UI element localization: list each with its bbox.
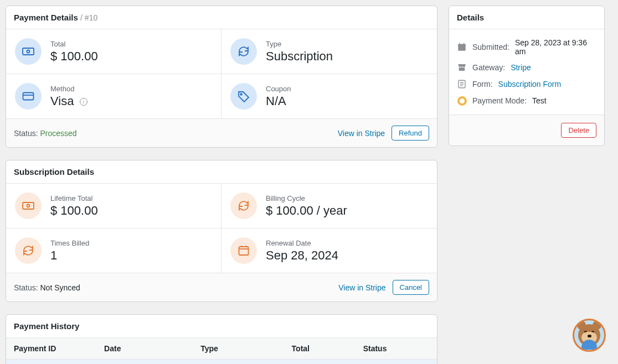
svg-rect-5 [23, 202, 34, 209]
help-mascot-button[interactable] [573, 319, 606, 352]
svg-rect-2 [23, 93, 34, 100]
view-in-stripe-link[interactable]: View in Stripe [338, 129, 385, 138]
coupon-value: N/A [266, 94, 291, 108]
subscription-status: Status: Not Synced [14, 283, 80, 292]
lifetime-value: $ 100.00 [50, 204, 98, 218]
col-status: Status [356, 338, 437, 360]
svg-rect-7 [239, 247, 249, 255]
subscription-status-value: Not Synced [40, 283, 80, 292]
coupon-cell: Coupon N/A [222, 74, 437, 119]
submitted-row: Submitted: Sep 28, 2023 at 9:36 am [457, 35, 596, 59]
table-row[interactable]: #10 Sep 28, 2023 Subscription $ 100.00 P… [6, 360, 437, 365]
svg-point-1 [27, 50, 30, 53]
form-label: Form: [472, 80, 493, 89]
payment-status: Status: Processed [14, 129, 77, 138]
card-icon [15, 83, 42, 110]
payment-details-header: Payment Details / #10 [6, 6, 437, 29]
subscription-footer: Status: Not Synced View in Stripe Cancel [6, 273, 437, 301]
method-label: Method [50, 85, 87, 93]
submitted-value: Sep 28, 2023 at 9:36 am [515, 38, 596, 56]
form-link[interactable]: Subscription Form [498, 80, 562, 89]
payment-id-breadcrumb: / #10 [80, 13, 97, 22]
payment-footer: Status: Processed View in Stripe Refund [6, 119, 437, 147]
refund-button[interactable]: Refund [392, 126, 429, 141]
mode-label: Payment Mode: [472, 96, 527, 105]
recurring-icon [230, 193, 257, 219]
cancel-subscription-button[interactable]: Cancel [393, 280, 429, 295]
payment-history-table: Payment ID Date Type Total Status #10 Se… [6, 338, 437, 364]
money-icon [15, 193, 42, 219]
submitted-label: Submitted: [472, 43, 509, 51]
mode-value: Test [532, 96, 547, 105]
info-icon[interactable]: i [80, 98, 87, 106]
details-sidebar-header: Details [449, 6, 604, 29]
row-total: $ 100.00 [284, 360, 356, 365]
payment-details-card: Payment Details / #10 Total $ 100.00 [6, 6, 437, 148]
payment-history-title: Payment History [14, 321, 79, 331]
svg-point-6 [27, 205, 30, 207]
gateway-row: Gateway: Stripe [457, 59, 596, 76]
gateway-label: Gateway: [472, 63, 505, 72]
col-date: Date [96, 338, 193, 360]
renewal-value: Sep 28, 2024 [266, 248, 338, 263]
renewal-label: Renewal Date [266, 239, 338, 247]
type-value: Subscription [266, 49, 333, 64]
svg-point-4 [240, 93, 242, 95]
col-type: Type [193, 338, 284, 360]
cycle-label: Billing Cycle [266, 194, 347, 202]
method-value-text: Visa [50, 94, 74, 108]
total-cell: Total $ 100.00 [6, 29, 222, 74]
subscription-status-label: Status: [14, 283, 38, 292]
mode-row: Payment Mode: Test [457, 92, 596, 109]
subscription-details-header: Subscription Details [6, 160, 437, 184]
recurring-icon [230, 38, 257, 65]
delete-button[interactable]: Delete [561, 123, 596, 138]
payment-status-value: Processed [40, 129, 76, 138]
coupon-label: Coupon [266, 85, 291, 93]
row-date: Sep 28, 2023 [96, 360, 193, 365]
tag-icon [230, 83, 257, 110]
lifetime-cell: Lifetime Total $ 100.00 [6, 184, 222, 228]
payment-history-header: Payment History [6, 315, 437, 338]
type-label: Type [266, 40, 333, 48]
svg-rect-12 [458, 44, 466, 46]
details-sidebar-title: Details [457, 13, 484, 22]
subscription-details-title: Subscription Details [14, 167, 94, 176]
method-cell: Method Visa i [6, 74, 222, 119]
lifetime-label: Lifetime Total [50, 194, 98, 202]
gateway-link[interactable]: Stripe [511, 63, 531, 72]
calendar-icon [457, 42, 467, 52]
recurring-icon [15, 237, 42, 264]
form-icon [457, 79, 467, 89]
billed-cell: Times Billed 1 [6, 228, 222, 273]
total-value: $ 100.00 [50, 49, 98, 64]
billed-value: 1 [50, 248, 89, 263]
row-type: Subscription [193, 360, 284, 365]
total-label: Total [50, 40, 98, 48]
cycle-value: $ 100.00 / year [266, 204, 347, 218]
form-row: Form: Subscription Form [457, 76, 596, 92]
row-status: Processed [356, 360, 437, 365]
type-cell: Type Subscription [222, 29, 437, 74]
svg-rect-13 [460, 43, 461, 45]
details-sidebar-card: Details Submitted: Sep 28, 2023 at 9:36 … [449, 6, 605, 146]
method-value: Visa i [50, 94, 87, 108]
svg-rect-15 [459, 67, 465, 71]
svg-rect-0 [23, 48, 34, 55]
payment-details-title: Payment Details [14, 13, 78, 22]
ring-icon [457, 96, 467, 106]
cycle-cell: Billing Cycle $ 100.00 / year [222, 184, 437, 228]
calendar-icon [230, 237, 257, 264]
renewal-cell: Renewal Date Sep 28, 2024 [222, 228, 437, 273]
subscription-view-stripe-link[interactable]: View in Stripe [338, 283, 385, 292]
payment-history-card: Payment History Payment ID Date Type Tot… [6, 314, 437, 364]
col-total: Total [284, 338, 356, 360]
money-icon [15, 38, 42, 65]
col-payment-id: Payment ID [6, 338, 96, 360]
billed-label: Times Billed [50, 239, 89, 247]
svg-rect-14 [463, 43, 465, 45]
store-icon [457, 63, 467, 72]
details-sidebar-footer: Delete [449, 115, 604, 145]
subscription-details-card: Subscription Details Lifetime Total $ 10… [6, 160, 437, 302]
payment-status-label: Status: [14, 129, 38, 138]
